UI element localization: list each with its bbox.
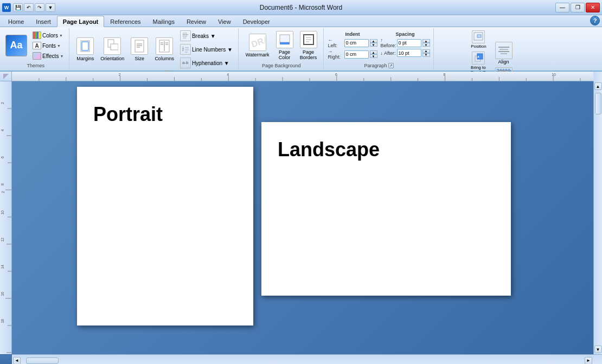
vertical-scrollbar[interactable]: ▲ ▼ [593, 81, 602, 354]
vertical-ruler: 2 2 4 6 8 10 12 14 16 18 [0, 81, 12, 354]
fonts-dropdown-arrow: ▼ [57, 44, 61, 48]
orientation-button[interactable]: Orientation [98, 36, 127, 63]
indent-right-row: → Right: ▲ ▼ [328, 49, 377, 60]
watermark-button[interactable]: DRAFT Watermark [243, 32, 272, 59]
effects-icon [33, 52, 41, 60]
spacing-before-up[interactable]: ▲ [422, 39, 430, 43]
columns-label: Columns [155, 56, 174, 61]
ruler-corner [0, 72, 12, 81]
indent-label: Indent [328, 31, 377, 37]
line-numbers-button[interactable]: 12 Line Numbers ▼ [178, 43, 235, 56]
bottom-left-corner [0, 354, 12, 364]
position-button[interactable]: Position [464, 29, 492, 50]
bottom-right-corner [593, 354, 602, 364]
tab-home[interactable]: Home [2, 16, 30, 27]
size-label: Size [135, 56, 145, 61]
size-button[interactable]: Size [128, 36, 151, 63]
redo-quick-btn[interactable]: ↷ [35, 3, 44, 12]
spacing-after-label: ↓ After: [381, 50, 396, 56]
document-canvas: Portrait Landscape [12, 81, 593, 354]
effects-button[interactable]: Effects ▼ [30, 51, 66, 61]
indent-spacing: Indent ← Left: ▲ ▼ → Right: ▲ [328, 31, 430, 60]
ruler-label-12: 12 [1, 238, 4, 242]
fonts-button[interactable]: A Fonts ▼ [30, 41, 66, 50]
indent-left-row: ← Left: ▲ ▼ [328, 37, 377, 48]
indent-right-input[interactable] [344, 50, 369, 59]
indent-left-label: ← Left: [328, 37, 343, 48]
indent-right-up[interactable]: ▲ [370, 50, 377, 54]
margins-button[interactable]: Margins [74, 36, 97, 63]
indent-left-spin[interactable]: ▲ ▼ [370, 39, 377, 47]
hyphenation-button[interactable]: a-b Hyphenation ▼ [178, 56, 235, 69]
colors-dropdown-arrow: ▼ [59, 34, 63, 37]
svg-rect-83 [0, 81, 12, 354]
portrait-page[interactable]: Portrait [77, 87, 253, 325]
tab-insert[interactable]: Insert [30, 16, 57, 27]
undo-quick-btn[interactable]: ↶ [24, 3, 34, 12]
horizontal-scrollbar[interactable]: ◄ ► [12, 354, 593, 364]
colors-button[interactable]: Colors ▼ [30, 30, 66, 40]
tab-view[interactable]: View [212, 16, 237, 27]
h-scroll-track [21, 357, 585, 364]
themes-button[interactable]: Aa [5, 35, 27, 57]
tab-mailings[interactable]: Mailings [147, 16, 181, 27]
scroll-down-button[interactable]: ▼ [594, 346, 602, 353]
position-label: Position [471, 44, 486, 49]
columns-button[interactable]: Columns [152, 36, 177, 63]
themes-group: Aa Colors ▼ A Fonts ▼ Effects ▼ [2, 28, 69, 69]
paragraph-expand[interactable]: ↗ [388, 63, 394, 68]
ribbon-tabs: Home Insert Page Layout References Maili… [0, 15, 602, 27]
help-button[interactable]: ? [590, 16, 600, 25]
spacing-col: Spacing ↑ Before: ▲ ▼ ↓ After: ▲ [381, 31, 430, 60]
svg-text:4: 4 [227, 73, 229, 76]
h-scroll-thumb[interactable] [26, 357, 59, 364]
paragraph-label-text: Paragraph [364, 63, 387, 68]
align-icon [495, 42, 513, 59]
ruler-label-4: 4 [1, 129, 4, 131]
indent-left-input[interactable] [344, 39, 369, 47]
fonts-label: Fonts [42, 43, 56, 49]
spacing-before-down[interactable]: ▼ [422, 43, 430, 47]
ruler-label-16: 16 [1, 292, 4, 296]
ruler-label-6: 6 [1, 156, 4, 158]
spacing-after-spin[interactable]: ▲ ▼ [422, 49, 430, 57]
paragraph-group: Indent ← Left: ▲ ▼ → Right: ▲ [325, 28, 434, 69]
ruler-label-18: 18 [1, 319, 4, 323]
line-numbers-label: Line Numbers ▼ [192, 47, 233, 53]
indent-left-up[interactable]: ▲ [370, 39, 377, 43]
themes-group-label: Themes [27, 62, 44, 68]
indent-left-down[interactable]: ▼ [370, 43, 377, 47]
svg-rect-6 [111, 44, 118, 50]
scroll-up-button[interactable]: ▲ [594, 82, 602, 90]
svg-rect-29 [280, 42, 290, 44]
window-controls: — ❐ ✕ [555, 3, 600, 12]
breaks-button[interactable]: Breaks ▼ [178, 29, 235, 42]
ruler-label-2: 2 [1, 102, 4, 104]
tab-developer[interactable]: Developer [237, 16, 276, 27]
more-quick-btn[interactable]: ▼ [46, 3, 55, 12]
spacing-after-down[interactable]: ▼ [422, 53, 430, 57]
tab-review[interactable]: Review [181, 16, 212, 27]
minimize-button[interactable]: — [555, 3, 569, 12]
spacing-before-input[interactable] [397, 39, 421, 47]
scroll-right-button[interactable]: ► [585, 357, 592, 365]
page-borders-button[interactable]: PageBorders [297, 29, 320, 62]
align-button[interactable]: Align [494, 41, 514, 66]
save-quick-btn[interactable]: 💾 [13, 3, 23, 12]
watermark-label: Watermark [246, 52, 270, 58]
close-button[interactable]: ✕ [586, 3, 600, 12]
bring-to-front-icon: ▲ [472, 52, 485, 65]
spacing-after-up[interactable]: ▲ [422, 49, 430, 53]
landscape-page[interactable]: Landscape [261, 122, 511, 296]
scroll-left-button[interactable]: ◄ [13, 357, 21, 365]
indent-right-spin[interactable]: ▲ ▼ [370, 50, 377, 58]
svg-text:▲: ▲ [477, 55, 481, 58]
tab-page-layout[interactable]: Page Layout [57, 16, 104, 27]
page-color-button[interactable]: PageColor [273, 29, 296, 62]
spacing-before-spin[interactable]: ▲ ▼ [422, 39, 430, 47]
spacing-after-input[interactable] [397, 49, 421, 57]
scroll-thumb[interactable] [595, 93, 601, 114]
indent-right-down[interactable]: ▼ [370, 54, 377, 58]
maximize-button[interactable]: ❐ [571, 3, 585, 12]
tab-references[interactable]: References [104, 16, 146, 27]
